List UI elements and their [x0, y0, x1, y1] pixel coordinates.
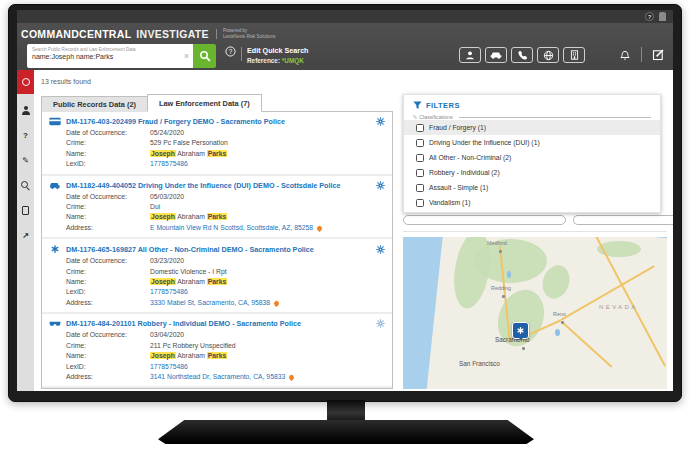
screen: ? COMMANDCENTRALINVESTIGATE Powered by L…: [17, 10, 673, 391]
filter-checkbox[interactable]: [416, 184, 424, 192]
map-city-label: Reno: [553, 311, 566, 317]
sidebar-item-help[interactable]: ?: [17, 123, 34, 148]
result-title-link[interactable]: DM-1176-484-201101 Robbery - Individual …: [66, 319, 371, 328]
edit-quick-search-link[interactable]: Edit Quick Search: [247, 46, 309, 55]
collapsed-filter-section[interactable]: [573, 215, 673, 225]
search-category-phone-button[interactable]: [511, 47, 533, 63]
filter-option-label: All Other - Non-Criminal (2): [429, 154, 511, 161]
car-icon: [49, 181, 61, 190]
clear-search-icon[interactable]: ×: [184, 52, 189, 61]
field-label: Crime:: [66, 202, 150, 212]
search-category-business-button[interactable]: [563, 47, 585, 63]
map-result-marker[interactable]: [512, 322, 529, 339]
entry-settings-gear-icon[interactable]: [376, 117, 385, 126]
result-entry: DM-1176-465-169827 All Other - Non-Crimi…: [42, 239, 392, 314]
field-label: Address:: [66, 372, 150, 382]
sidebar-item-alerts[interactable]: [17, 70, 34, 94]
search-button[interactable]: [193, 44, 216, 68]
map-pin-icon[interactable]: [273, 300, 280, 307]
result-field: Date of Occurrence:03/23/2020: [49, 256, 385, 266]
entry-settings-gear-icon[interactable]: [376, 181, 385, 190]
results-tabs: Public Records Data (2) Law Enforcement …: [41, 94, 393, 112]
address-link[interactable]: 3141 Northstead Dr, Sacramento, CA, 9583…: [150, 372, 294, 382]
lexid-link[interactable]: 1778575486: [150, 159, 188, 169]
filter-option-label: Vandalism (1): [429, 199, 470, 206]
field-value: Domestic Violence - I Rpt: [150, 267, 227, 277]
business-icon: [569, 49, 580, 61]
filter-option[interactable]: Fraud / Forgery (1): [404, 120, 660, 135]
user-profile-icon[interactable]: [659, 12, 666, 21]
field-value: 03/04/2020: [150, 330, 184, 340]
search-category-web-button[interactable]: [537, 47, 559, 63]
entry-settings-gear-icon[interactable]: [376, 319, 385, 328]
field-value: Joseph Abraham Parks: [150, 277, 227, 287]
compose-report-icon[interactable]: [652, 48, 665, 61]
result-field: Address:3141 Northstead Dr, Sacramento, …: [49, 372, 385, 382]
sidebar-item-edit[interactable]: ✎: [17, 148, 34, 173]
map-lake: [555, 329, 560, 336]
search-icon: [21, 181, 30, 190]
filter-option[interactable]: Driving Under the Influence (DUI) (1): [404, 135, 660, 150]
search-category-vehicle-button[interactable]: [485, 47, 507, 63]
result-entry: DM-1176-484-201101 Robbery - Individual …: [42, 314, 392, 388]
filter-checkbox[interactable]: [416, 124, 424, 132]
field-value: 211 Pc Robbery Unspecified: [150, 341, 236, 351]
collapsed-filter-section[interactable]: [403, 215, 566, 225]
lexid-link[interactable]: 1778575486: [150, 287, 188, 297]
filter-option-label: Fraud / Forgery (1): [429, 124, 486, 131]
result-entry: DM-1172-584-104331 All Other - Non-Crimi…: [42, 388, 392, 389]
collapsed-filter-sections: [403, 215, 673, 225]
card-icon: [49, 117, 61, 126]
field-label: LexID:: [66, 362, 150, 372]
asterisk-icon: [49, 244, 61, 254]
left-nav-sidebar: ?✎↗: [17, 70, 34, 391]
tab-public-records-data[interactable]: Public Records Data (2): [41, 96, 148, 112]
filter-checkbox[interactable]: [416, 139, 424, 147]
sidebar-item-search[interactable]: [17, 173, 34, 198]
result-field: Crime:Dui: [49, 202, 385, 212]
quick-search-help-icon[interactable]: ?: [225, 46, 236, 57]
map-city-dot: [499, 250, 502, 253]
search-input[interactable]: Search Public Records and Law Enforcemen…: [27, 44, 193, 68]
results-column: Public Records Data (2) Law Enforcement …: [41, 94, 393, 389]
field-value: Joseph Abraham Parks: [150, 149, 227, 159]
edit-section-icon: ✎: [413, 114, 417, 120]
map-pin-icon[interactable]: [316, 225, 323, 232]
address-link[interactable]: 3330 Mabel St, Sacramento, CA, 95838: [150, 298, 279, 308]
filter-funnel-icon: [413, 101, 422, 110]
map-city-dot: [522, 347, 525, 350]
field-label: Date of Occurrence:: [66, 256, 150, 266]
result-title-link[interactable]: DM-1182-449-404052 Driving Under the Inf…: [66, 181, 371, 190]
filter-option-label: Driving Under the Influence (DUI) (1): [429, 139, 540, 146]
edit-icon: ✎: [22, 156, 29, 165]
map-city-dot: [502, 295, 505, 298]
help-icon[interactable]: ?: [645, 12, 654, 21]
filter-option[interactable]: Vandalism (1): [404, 195, 660, 210]
field-value: 529 Pc False Personation: [150, 138, 228, 148]
divider: [641, 47, 642, 62]
filter-option[interactable]: All Other - Non-Criminal (2): [404, 150, 660, 165]
lexid-link[interactable]: 1778575486: [150, 362, 188, 372]
address-link[interactable]: E Mountain View Rd N Scottsd, Scottsdale…: [150, 223, 322, 233]
search-input-label: Search Public Records and Law Enforcemen…: [32, 47, 181, 52]
sidebar-item-records[interactable]: [17, 198, 34, 223]
notifications-bell-icon[interactable]: [619, 48, 631, 61]
filter-option[interactable]: Assault - Simple (1): [404, 180, 660, 195]
result-entry-header: DM-1176-465-169827 All Other - Non-Crimi…: [49, 244, 385, 254]
results-map[interactable]: MedfordReddingRenoSacramentoSan Francisc…: [403, 237, 667, 389]
field-value: 03/23/2020: [150, 256, 184, 266]
filter-checkbox[interactable]: [416, 199, 424, 207]
result-entry: DM-1176-403-202499 Fraud / Forgery DEMO …: [42, 112, 392, 176]
tab-law-enforcement-data[interactable]: Law Enforcement Data (7): [147, 94, 262, 112]
search-category-person-button[interactable]: [459, 47, 481, 63]
map-pin-icon[interactable]: [288, 374, 295, 381]
sidebar-item-share[interactable]: ↗: [17, 223, 34, 248]
entry-settings-gear-icon[interactable]: [376, 245, 385, 254]
filter-checkbox[interactable]: [416, 169, 424, 177]
field-value: 05/24/2020: [150, 128, 184, 138]
result-title-link[interactable]: DM-1176-465-169827 All Other - Non-Crimi…: [66, 245, 371, 254]
sidebar-item-add-person[interactable]: [17, 98, 34, 123]
filter-option[interactable]: Robbery - Individual (2): [404, 165, 660, 180]
filter-checkbox[interactable]: [416, 154, 424, 162]
result-title-link[interactable]: DM-1176-403-202499 Fraud / Forgery DEMO …: [66, 117, 371, 126]
